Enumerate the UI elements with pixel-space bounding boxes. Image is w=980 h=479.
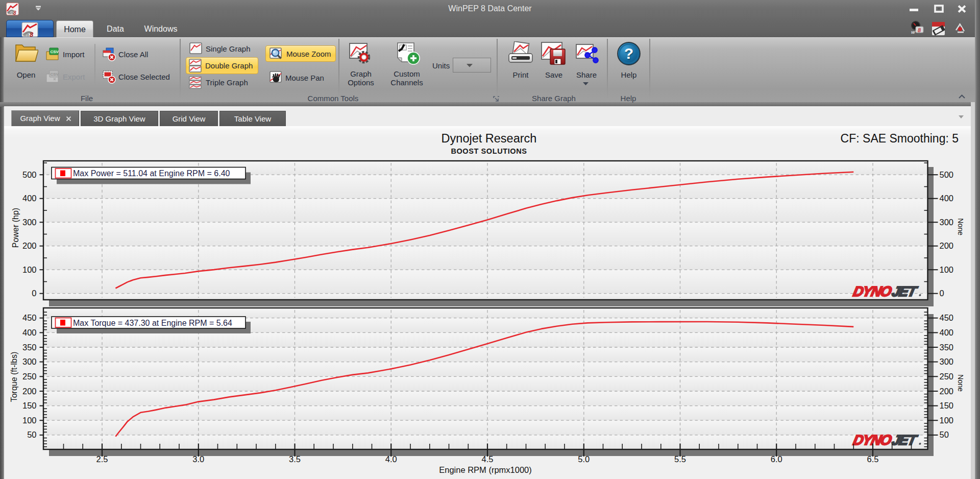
svg-text:Max Power = 511.04 at Engine R: Max Power = 511.04 at Engine RPM = 6.40 [73, 169, 230, 178]
svg-text:150: 150 [940, 401, 954, 410]
svg-text:300: 300 [940, 357, 954, 366]
svg-text:5.5: 5.5 [674, 454, 686, 464]
svg-text:350: 350 [940, 343, 954, 352]
svg-text:DYNO: DYNO [852, 283, 894, 299]
svg-text:4.5: 4.5 [482, 454, 494, 464]
svg-text:300: 300 [22, 357, 37, 366]
svg-text:200: 200 [940, 241, 954, 250]
svg-text:Torque (ft-lbs): Torque (ft-lbs) [10, 352, 18, 402]
svg-text:450: 450 [22, 313, 37, 322]
svg-text:3.0: 3.0 [192, 454, 204, 464]
svg-text:200: 200 [22, 241, 37, 250]
svg-text:0: 0 [32, 289, 36, 298]
svg-text:None: None [957, 374, 965, 392]
svg-text:500: 500 [940, 170, 954, 179]
svg-text:250: 250 [22, 372, 37, 381]
svg-text:400: 400 [22, 328, 37, 337]
svg-text:200: 200 [940, 387, 954, 396]
svg-text:350: 350 [22, 343, 37, 352]
svg-text:6.0: 6.0 [771, 454, 782, 464]
svg-text:None: None [957, 218, 965, 235]
svg-text:400: 400 [22, 194, 37, 203]
svg-text:150: 150 [22, 401, 37, 410]
svg-text:Power (hp): Power (hp) [11, 208, 20, 248]
svg-text:400: 400 [940, 328, 954, 337]
svg-text:250: 250 [940, 372, 954, 381]
svg-text:300: 300 [940, 218, 954, 227]
svg-text:400: 400 [940, 194, 954, 203]
svg-text:3.5: 3.5 [289, 454, 301, 464]
svg-text:BOOST SOLUTIONS: BOOST SOLUTIONS [451, 147, 527, 155]
svg-text:50: 50 [940, 430, 949, 439]
svg-text:300: 300 [22, 218, 37, 227]
svg-text:Engine RPM (rpmx1000): Engine RPM (rpmx1000) [439, 465, 532, 474]
svg-text:5.0: 5.0 [578, 454, 590, 464]
svg-text:CF: SAE Smoothing: 5: CF: SAE Smoothing: 5 [841, 132, 959, 145]
svg-text:Dynojet Research: Dynojet Research [442, 132, 537, 145]
svg-text:0: 0 [940, 289, 944, 298]
svg-text:500: 500 [22, 170, 37, 179]
svg-text:Max Torque = 437.30 at Engine: Max Torque = 437.30 at Engine RPM = 5.64 [73, 319, 232, 327]
svg-text:4.0: 4.0 [385, 454, 397, 464]
svg-text:100: 100 [940, 416, 954, 425]
svg-text:200: 200 [22, 387, 37, 396]
svg-text:100: 100 [22, 265, 37, 274]
svg-text:6.5: 6.5 [867, 454, 879, 464]
svg-text:2.5: 2.5 [96, 454, 108, 464]
svg-text:100: 100 [940, 265, 954, 274]
svg-text:450: 450 [940, 313, 954, 322]
svg-text:100: 100 [22, 416, 37, 425]
svg-text:50: 50 [27, 430, 36, 439]
